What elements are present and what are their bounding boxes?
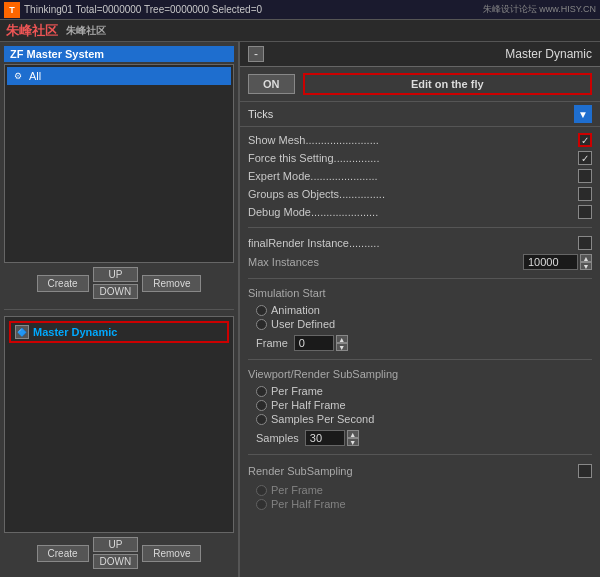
per-frame-radio[interactable] [256, 386, 267, 397]
bottom-create-btn[interactable]: Create [37, 545, 89, 562]
groups-objects-checkbox[interactable] [578, 187, 592, 201]
all-item[interactable]: ⚙ All [7, 67, 231, 85]
force-setting-checkbox[interactable] [578, 151, 592, 165]
on-edit-row: ON Edit on the fly [240, 67, 600, 102]
groups-objects-row: Groups as Objects............... [248, 185, 592, 203]
top-btn-row: Create UP DOWN Remove [4, 267, 234, 299]
max-instances-down[interactable]: ▼ [580, 262, 592, 270]
left-divider [4, 309, 234, 310]
final-render-label: finalRender Instance.......... [248, 237, 578, 249]
expert-mode-label: Expert Mode...................... [248, 170, 578, 182]
left-panel: ZF Master System ⚙ All Create UP DOWN Re… [0, 42, 240, 577]
render-per-half-row: Per Half Frame [256, 497, 592, 511]
app-logo: T [4, 2, 20, 18]
frame-down[interactable]: ▼ [336, 343, 348, 351]
render-subsampling-label: Render SubSampling [248, 463, 353, 479]
bottom-btn-row: Create UP DOWN Remove [4, 537, 234, 569]
ticks-row: Ticks ▼ [240, 102, 600, 127]
right-panel: - Master Dynamic ON Edit on the fly Tick… [240, 42, 600, 577]
sim-user-row: User Defined [256, 317, 592, 331]
render-subsampling-checkbox[interactable] [578, 464, 592, 478]
samples-per-sec-row: Samples Per Second [256, 412, 592, 426]
frame-up[interactable]: ▲ [336, 335, 348, 343]
render-per-frame-row: Per Frame [256, 483, 592, 497]
bottom-up-btn[interactable]: UP [93, 537, 139, 552]
final-render-row: finalRender Instance.......... [248, 234, 592, 252]
per-half-frame-radio[interactable] [256, 400, 267, 411]
per-half-frame-label: Per Half Frame [271, 399, 346, 411]
vp-render-header: Viewport/Render SubSampling [248, 366, 592, 382]
bottom-remove-btn[interactable]: Remove [142, 545, 201, 562]
force-setting-row: Force this Setting............... [248, 149, 592, 167]
top-remove-btn[interactable]: Remove [142, 275, 201, 292]
top-down-btn[interactable]: DOWN [93, 284, 139, 299]
bottom-updown: UP DOWN [93, 537, 139, 569]
sim-animation-label: Animation [271, 304, 320, 316]
ticks-dropdown-btn[interactable]: ▼ [574, 105, 592, 123]
max-instances-label: Max Instances [248, 254, 319, 270]
show-mesh-label: Show Mesh........................ [248, 134, 578, 146]
watermark-bar: 朱峰社区 朱峰社区 [0, 20, 600, 42]
final-render-checkbox[interactable] [578, 236, 592, 250]
sim-user-radio[interactable] [256, 319, 267, 330]
debug-mode-checkbox[interactable] [578, 205, 592, 219]
frame-input-group: ▲ ▼ [294, 335, 348, 351]
sim-user-label: User Defined [271, 318, 335, 330]
samples-up[interactable]: ▲ [347, 430, 359, 438]
max-instances-up[interactable]: ▲ [580, 254, 592, 262]
edit-fly-btn[interactable]: Edit on the fly [303, 73, 593, 95]
on-btn[interactable]: ON [248, 74, 295, 94]
frame-input[interactable] [294, 335, 334, 351]
master-dynamic-item[interactable]: 🔷 Master Dynamic [9, 321, 229, 343]
master-system-section: ZF Master System ⚙ All Create UP DOWN Re… [4, 46, 234, 299]
show-mesh-row: Show Mesh........................ [248, 131, 592, 149]
per-frame-label: Per Frame [271, 385, 323, 397]
render-per-frame-label: Per Frame [271, 484, 323, 496]
sim-animation-radio[interactable] [256, 305, 267, 316]
main-layout: ZF Master System ⚙ All Create UP DOWN Re… [0, 42, 600, 577]
max-instances-input[interactable] [523, 254, 578, 270]
show-mesh-checkbox[interactable] [578, 133, 592, 147]
all-icon: ⚙ [11, 69, 25, 83]
samples-spin: ▲ ▼ [347, 430, 359, 446]
max-instances-row: Max Instances ▲ ▼ [248, 252, 592, 272]
samples-input[interactable] [305, 430, 345, 446]
samples-per-sec-radio[interactable] [256, 414, 267, 425]
render-per-half-radio[interactable] [256, 499, 267, 510]
debug-mode-row: Debug Mode...................... [248, 203, 592, 221]
title-bar: T Thinking01 Total=0000000 Tree=0000000 … [0, 0, 600, 20]
title-text: Thinking01 Total=0000000 Tree=0000000 Se… [24, 4, 262, 15]
sim-start-header: Simulation Start [248, 285, 592, 301]
samples-down[interactable]: ▼ [347, 438, 359, 446]
right-panel-title: Master Dynamic [505, 47, 592, 61]
vp-render-radios: Per Frame Per Half Frame Samples Per Sec… [248, 382, 592, 428]
minus-btn[interactable]: - [248, 46, 264, 62]
dynamic-label: Master Dynamic [33, 326, 117, 338]
settings-section: Show Mesh........................ Force … [240, 127, 600, 577]
top-updown: UP DOWN [93, 267, 139, 299]
samples-label: Samples [256, 432, 299, 444]
sim-animation-row: Animation [256, 303, 592, 317]
samples-per-sec-label: Samples Per Second [271, 413, 374, 425]
community-name: 朱峰社区 [6, 22, 58, 40]
top-up-btn[interactable]: UP [93, 267, 139, 282]
groups-objects-label: Groups as Objects............... [248, 188, 578, 200]
watermark-site: 朱峰社区 [66, 24, 106, 38]
dynamic-icon: 🔷 [15, 325, 29, 339]
debug-mode-label: Debug Mode...................... [248, 206, 578, 218]
render-subsampling-row: Render SubSampling [248, 461, 592, 481]
watermark-sites: 朱峰设计论坛 www.HISY.CN [483, 3, 596, 16]
render-per-half-label: Per Half Frame [271, 498, 346, 510]
render-per-frame-radio[interactable] [256, 485, 267, 496]
ticks-label: Ticks [248, 108, 273, 120]
top-create-btn[interactable]: Create [37, 275, 89, 292]
all-label: All [29, 70, 41, 82]
render-sub-radios: Per Frame Per Half Frame [248, 481, 592, 513]
settings-divider2 [248, 278, 592, 279]
master-system-list: ⚙ All [4, 64, 234, 263]
expert-mode-checkbox[interactable] [578, 169, 592, 183]
expert-mode-row: Expert Mode...................... [248, 167, 592, 185]
bottom-down-btn[interactable]: DOWN [93, 554, 139, 569]
master-system-header: ZF Master System [4, 46, 234, 62]
right-header: - Master Dynamic [240, 42, 600, 67]
